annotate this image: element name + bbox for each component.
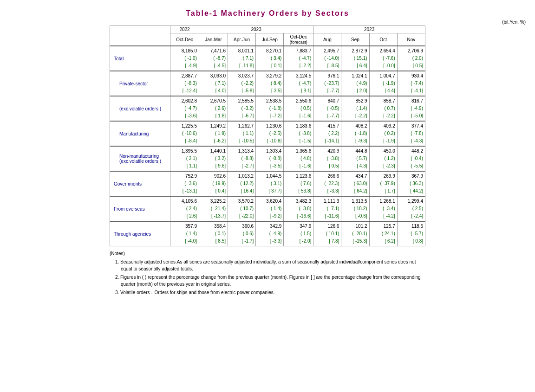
data-cell: 1,262.7( 1.1)[ -10.5] bbox=[228, 121, 256, 146]
row-label: Manufacturing bbox=[110, 121, 170, 146]
data-cell: 409.2( 0.2)[ -1.9] bbox=[369, 121, 397, 146]
data-cell: 1,024.1( 4.9)[ 2.0] bbox=[341, 71, 369, 96]
data-cell: 1,303.4( -0.8)[ -3.5] bbox=[256, 146, 284, 171]
data-cell: 2,602.8( -4.7)[ -3.6] bbox=[170, 96, 199, 121]
data-cell: 902.6( 19.9)[ 0.4] bbox=[199, 171, 228, 196]
table-row: Through agencies357.9( 1.4)[ -4.0]358.4(… bbox=[110, 221, 425, 246]
data-cell: 2,585.5( -3.2)[ -6.7] bbox=[228, 96, 256, 121]
data-cell: 2,670.5( 2.6)[ 1.8] bbox=[199, 96, 228, 121]
data-cell: 342.9( -4.9)[ -3.3] bbox=[256, 221, 284, 246]
year-2022: 2022 bbox=[170, 26, 199, 33]
data-cell: 3,124.5( -4.7)[ 8.1] bbox=[284, 71, 313, 96]
row-label: From overseas bbox=[110, 196, 170, 221]
data-cell: 3,093.0( 7.1)[ 4.0] bbox=[199, 71, 228, 96]
notes-section: (Notes) 1. Seasonally adjusted series.As… bbox=[110, 250, 425, 296]
table-row: Non-manufacturing(exc.volatile orders )1… bbox=[110, 146, 425, 171]
data-cell: 3,570.2( 10.7)[ -22.0] bbox=[228, 196, 256, 221]
data-cell: 930.4( -7.4)[ -4.1] bbox=[397, 71, 425, 96]
data-cell: 367.9( 36.3)[ 44.2] bbox=[397, 171, 425, 196]
data-cell: 858.7( 0.7)[ -2.2] bbox=[369, 96, 397, 121]
table-row: From overseas4,105.6( 2.4)[ 2.6]3,225.2(… bbox=[110, 196, 425, 221]
data-cell: 360.6( 0.6)[ -1.7] bbox=[228, 221, 256, 246]
data-cell: 7,471.6( -8.7)[ -4.5] bbox=[199, 46, 228, 71]
data-cell: 752.9( -3.6)[ -13.1] bbox=[170, 171, 199, 196]
row-label: Governments bbox=[110, 171, 170, 196]
data-cell: 3,225.2( -21.4)[ -13.7] bbox=[199, 196, 228, 221]
col-jan-mar: Jan-Mar bbox=[199, 33, 228, 46]
data-cell: 125.7( 24.1)[ 6.2] bbox=[369, 221, 397, 246]
row-label: Through agencies bbox=[110, 221, 170, 246]
data-cell: 1,313.4( -8.8)[ -2.7] bbox=[228, 146, 256, 171]
data-cell: 2,706.9( 2.0)[ 0.5] bbox=[397, 46, 425, 71]
data-cell: 358.4( 0.1)[ 8.5] bbox=[199, 221, 228, 246]
data-cell: 8,185.0( -1.0)[ -4.9] bbox=[170, 46, 199, 71]
data-cell: 2,887.7( -8.3)[ -12.4] bbox=[170, 71, 199, 96]
main-table: 2022 2023 2023 Oct-Dec Jan-Mar Apr-Jun J… bbox=[110, 26, 425, 246]
data-cell: 126.6( 10.1)[ 7.8] bbox=[313, 221, 341, 246]
data-cell: 3,023.7( -2.2)[ -5.8] bbox=[228, 71, 256, 96]
table-row: Private-sector2,887.7( -8.3)[ -12.4]3,09… bbox=[110, 71, 425, 96]
data-cell: 357.9( 1.4)[ -4.0] bbox=[170, 221, 199, 246]
data-cell: 1,395.5( 2.1)[ 1.1] bbox=[170, 146, 199, 171]
data-cell: 448.2( -0.4)[ -5.5] bbox=[397, 146, 425, 171]
data-cell: 1,249.2( 1.9)[ -6.2] bbox=[199, 121, 228, 146]
col-header-label bbox=[110, 26, 170, 46]
data-cell: 1,111.3( -7.1)[ -11.6] bbox=[313, 196, 341, 221]
data-cell: 8,001.1( 7.1)[ -11.8] bbox=[228, 46, 256, 71]
col-sep: Sep bbox=[341, 33, 369, 46]
data-cell: 8,270.1( 3.4)[ 0.1] bbox=[256, 46, 284, 71]
data-cell: 1,225.5( -10.6)[ -8.4] bbox=[170, 121, 199, 146]
col-oct-dec-2022: Oct-Dec bbox=[170, 33, 199, 46]
col-aug: Aug bbox=[313, 33, 341, 46]
data-cell: 2,495.7( -14.0)[ -8.5] bbox=[313, 46, 341, 71]
table-row: Governments752.9( -3.6)[ -13.1]902.6( 19… bbox=[110, 171, 425, 196]
data-cell: 1,268.1( -3.4)[ -4.2] bbox=[369, 196, 397, 221]
data-cell: 347.9( 1.5)[ -2.0] bbox=[284, 221, 313, 246]
col-jul-sep: Jul-Sep bbox=[256, 33, 284, 46]
data-cell: 1,313.5( 18.2)[ -0.6] bbox=[341, 196, 369, 221]
data-cell: 1,004.7( -1.9)[ 4.4] bbox=[369, 71, 397, 96]
data-cell: 450.0( 1.2)[ -2.3] bbox=[369, 146, 397, 171]
year-2023-right: 2023 bbox=[313, 26, 425, 33]
notes-item-3: 3. Volatile orders：Orders for ships and … bbox=[115, 289, 425, 296]
col-oct-dec-forecast: Oct-Dec(forecast) bbox=[284, 33, 313, 46]
data-cell: 3,482.3( -3.8)[ -16.6] bbox=[284, 196, 313, 221]
data-cell: 1,299.4( 2.5)[ -2.4] bbox=[397, 196, 425, 221]
data-cell: 1,044.5( 3.1)[ 37.7] bbox=[256, 171, 284, 196]
data-cell: 7,883.7( -4.7)[ -2.2] bbox=[284, 46, 313, 71]
notes-item-1: 1. Seasonally adjusted series.As all ser… bbox=[115, 258, 425, 272]
data-cell: 266.6( -22.3)[ -3.3] bbox=[313, 171, 341, 196]
col-nov: Nov bbox=[397, 33, 425, 46]
data-cell: 2,872.9( 15.1)[ 6.4] bbox=[341, 46, 369, 71]
data-cell: 4,105.6( 2.4)[ 2.6] bbox=[170, 196, 199, 221]
data-cell: 444.8( 5.7)[ 4.3] bbox=[341, 146, 369, 171]
table-row: Total8,185.0( -1.0)[ -4.9]7,471.6( -8.7)… bbox=[110, 46, 425, 71]
data-cell: 1,230.6( -2.5)[ -10.8] bbox=[256, 121, 284, 146]
data-cell: 269.9( -37.9)[ 1.7] bbox=[369, 171, 397, 196]
page-title: Table-1 Machinery Orders by Sectors bbox=[9, 9, 526, 18]
data-cell: 415.7( 2.2)[ -14.1] bbox=[313, 121, 341, 146]
data-cell: 1,365.6( 4.8)[ -1.6] bbox=[284, 146, 313, 171]
data-cell: 852.9( 1.4)[ -2.2] bbox=[341, 96, 369, 121]
data-cell: 976.1( -23.7)[ -7.7] bbox=[313, 71, 341, 96]
data-cell: 1,440.1( 3.2)[ 9.6] bbox=[199, 146, 228, 171]
data-cell: 840.7( -0.5)[ -7.7] bbox=[313, 96, 341, 121]
notes-header: (Notes) bbox=[110, 250, 425, 257]
data-cell: 1,013.2( 12.2)[ 16.4] bbox=[228, 171, 256, 196]
data-cell: 118.5( -5.7)[ 0.8] bbox=[397, 221, 425, 246]
row-label: Private-sector bbox=[110, 71, 170, 96]
data-cell: 816.7( -4.9)[ -5.0] bbox=[397, 96, 425, 121]
data-cell: 3,279.2( 8.4)[ 3.5] bbox=[256, 71, 284, 96]
data-cell: 377.4( -7.8)[ -4.3] bbox=[397, 121, 425, 146]
unit-label: (bil.Yen, %) bbox=[9, 19, 526, 25]
data-cell: 434.7( 63.0)[ 64.2] bbox=[341, 171, 369, 196]
data-cell: 408.2( -1.8)[ -9.3] bbox=[341, 121, 369, 146]
data-cell: 2,654.4( -7.6)[ -0.0] bbox=[369, 46, 397, 71]
row-label: Non-manufacturing(exc.volatile orders ) bbox=[110, 146, 170, 171]
data-cell: 2,550.6( 0.5)[ -1.6] bbox=[284, 96, 313, 121]
table-row: Manufacturing1,225.5( -10.6)[ -8.4]1,249… bbox=[110, 121, 425, 146]
row-label: Total bbox=[110, 46, 170, 71]
data-cell: 3,620.4( 1.4)[ -9.2] bbox=[256, 196, 284, 221]
data-cell: 2,538.5( -1.8)[ -7.2] bbox=[256, 96, 284, 121]
data-cell: 420.9( -3.8)[ 0.5] bbox=[313, 146, 341, 171]
